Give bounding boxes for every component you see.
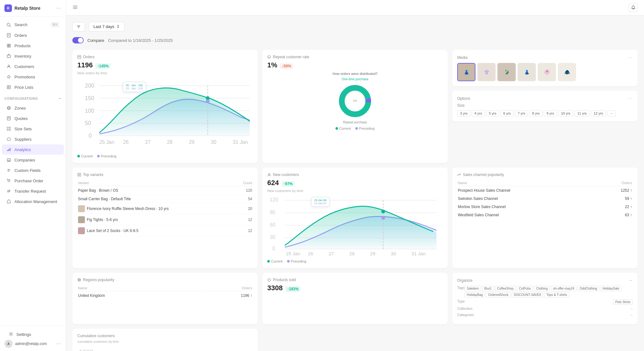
svg-rect-22	[9, 127, 11, 128]
tag-boo1[interactable]: Boo1	[482, 286, 494, 291]
user-profile[interactable]: A admin@retalp.com ···	[4, 340, 61, 348]
tag-discount[interactable]: DISCOUNT-SAVE9	[512, 292, 543, 297]
media-thumb-1[interactable]: 👗	[457, 63, 475, 81]
variant-row-4: Fig Tights · 5-6 yrs 12	[78, 215, 252, 225]
tag-oddclothing[interactable]: OddClothing	[577, 286, 599, 291]
filter-bar: Last 7 days ⇕	[72, 22, 638, 31]
sidebar-item-search[interactable]: Search ⌘K	[2, 20, 64, 30]
tag-coffeeshop[interactable]: CoffeeShop	[495, 286, 516, 291]
size-8yrs[interactable]: 8 yrs	[529, 110, 542, 116]
settings-nav-item[interactable]: Settings	[4, 329, 61, 340]
sidebar-item-inventory[interactable]: Inventory	[2, 51, 64, 61]
media-thumb-2[interactable]: 👚	[477, 63, 496, 81]
filter-button[interactable]	[72, 22, 85, 31]
notification-button[interactable]	[629, 3, 638, 12]
sidebar-item-analytics[interactable]: Analytics	[2, 144, 64, 155]
svg-text:100: 100	[85, 108, 94, 114]
compare-toggle[interactable]	[72, 37, 84, 43]
media-thumb-5[interactable]: 👘	[538, 63, 556, 81]
sidebar-item-transfer-request[interactable]: Transfer Request	[2, 186, 64, 196]
sales-orders-2: 59 ↑	[601, 195, 632, 202]
sidebar-item-quotes[interactable]: Quotes	[2, 113, 64, 123]
date-range-button[interactable]: Last 7 days ⇕	[89, 22, 125, 31]
cumulative-card: Cumulative customers cumulative customer…	[72, 329, 258, 351]
date-range-label: Last 7 days	[93, 24, 114, 29]
sidebar-nav: Search ⌘K Orders Products Inventory	[0, 17, 66, 326]
media-more-button[interactable]: ···	[628, 55, 633, 60]
collapse-configurations[interactable]: −	[58, 96, 61, 101]
new-customers-title: New customers	[267, 173, 443, 177]
media-thumb-4[interactable]: 👗	[518, 63, 536, 81]
size-9yrs[interactable]: 9 yrs	[544, 110, 557, 116]
sales-channel-name-1: Prospect House Sales Channel	[458, 187, 601, 194]
promotions-icon	[6, 74, 11, 79]
variant-name-2: Small Carrier Bag · Default Title	[78, 195, 236, 203]
new-customers-badge: ↑97%	[281, 181, 295, 187]
tag-clothing[interactable]: Clothing	[534, 286, 550, 291]
svg-text:1000: 1000	[79, 349, 93, 351]
sales-channel-card: Sales channel popularity Name Orders Pro…	[452, 167, 638, 268]
size-4yrs[interactable]: 4 yrs	[472, 110, 485, 116]
user-menu-button[interactable]: ···	[56, 341, 61, 347]
size-12yrs[interactable]: 12 yrs	[591, 110, 606, 116]
sales-channel-table: Name Orders Prospect House Sales Channel…	[457, 179, 633, 219]
suppliers-label: Suppliers	[14, 137, 31, 142]
sidebar-item-suppliers[interactable]: Suppliers	[2, 134, 64, 144]
allocation-label: Allocation Management	[14, 199, 57, 204]
organize-collapse-button[interactable]: −	[630, 278, 633, 283]
svg-text:27: 27	[145, 139, 151, 145]
tag-tops[interactable]: Tops & T-shirts	[544, 292, 569, 297]
sidebar-toggle-button[interactable]	[72, 4, 78, 11]
promotions-label: Promotions	[14, 75, 35, 79]
size-7yrs[interactable]: 7 yrs	[515, 110, 528, 116]
variant-count-2: 54	[236, 195, 252, 203]
dashboard-grid: Orders 1196 ↑145% New orders by time	[72, 50, 638, 351]
sidebar-item-size-sets[interactable]: Size Sets	[2, 124, 64, 134]
options-more-button[interactable]: ···	[628, 96, 633, 101]
regions-card: Regions popularity Name Orders United Ki…	[72, 273, 258, 324]
media-thumb-6[interactable]: 🧥	[558, 63, 576, 81]
sidebar-item-custom-fields[interactable]: Custom Fields	[2, 165, 64, 175]
sidebar-item-purchase-order[interactable]: Purchase Order	[2, 176, 64, 186]
media-thumb-3[interactable]: 🥻	[497, 63, 516, 81]
sidebar-item-price-lists[interactable]: Price Lists	[2, 82, 64, 92]
svg-text:31 Jan: 31 Jan	[233, 139, 248, 145]
sidebar-item-promotions[interactable]: Promotions	[2, 72, 64, 82]
size-10yrs[interactable]: 10 yrs	[558, 110, 573, 116]
type-polo[interactable]: Polo Shirts	[613, 299, 633, 305]
sidebar-item-companies[interactable]: Companies	[2, 155, 64, 165]
sidebar-item-allocation-management[interactable]: Allocation Management	[2, 196, 64, 207]
tag-orderedshock[interactable]: OrderedShock	[486, 292, 510, 297]
svg-rect-7	[7, 46, 9, 48]
sales-orders-header: Orders	[601, 180, 632, 186]
variant-name-1: Paper Bag · Brown / OS	[78, 187, 236, 195]
svg-line-1	[10, 25, 11, 27]
analytics-label: Analytics	[14, 147, 31, 152]
size-3yrs[interactable]: 3 yrs	[457, 110, 470, 116]
sidebar-menu-button[interactable]: ···	[56, 5, 61, 11]
top-bar	[66, 0, 644, 15]
tag-offer[interactable]: oh-offer-may24	[551, 286, 577, 291]
orders-card: Orders 1196 ↑145% New orders by time	[72, 50, 258, 163]
organize-card: Organize − Tags Saleitem Boo1 CoffeeShop…	[452, 273, 638, 324]
tag-holidaysale[interactable]: HolidaySale	[600, 286, 621, 291]
size-6yrs[interactable]: 6 yrs	[501, 110, 514, 116]
sales-channel-title: Sales channel popularity	[457, 173, 633, 177]
svg-point-74	[269, 173, 270, 175]
organize-type-row: Type Polo Shirts	[457, 299, 633, 305]
tag-colpubs[interactable]: ColPubs	[517, 286, 533, 291]
size-11yrs[interactable]: 11 yrs	[575, 110, 590, 116]
sidebar-item-zones[interactable]: Zones	[2, 103, 64, 113]
sidebar-item-products[interactable]: Products	[2, 41, 64, 51]
new-customers-chart: 120 90 60 30 0	[267, 194, 443, 257]
brand: R Retalp Store	[4, 4, 40, 12]
size-more[interactable]: ···	[607, 110, 616, 116]
collection-label: Collection	[457, 307, 472, 311]
tag-holidaybag[interactable]: HolidayBag	[464, 292, 485, 297]
sales-row-3: Morlow Store Sales Channel 22 ↑	[458, 203, 632, 211]
sidebar-item-orders[interactable]: Orders	[2, 30, 64, 40]
size-5yrs[interactable]: 5 yrs	[486, 110, 499, 116]
sidebar-item-customers[interactable]: Customers	[2, 61, 64, 71]
svg-point-10	[8, 65, 10, 67]
tag-saleitem[interactable]: Saleitem	[464, 286, 481, 291]
